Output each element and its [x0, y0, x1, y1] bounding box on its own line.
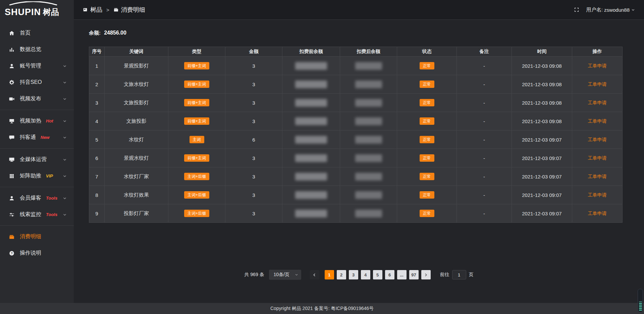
sidebar-item-account-manage[interactable]: 账号管理 [0, 58, 74, 74]
chevron-down-icon[interactable] [631, 8, 635, 12]
page-button-6[interactable]: 6 [385, 270, 394, 279]
sidebar-item-consume-detail[interactable]: 消费明细 [0, 228, 74, 245]
cell-status: 正常 [397, 149, 457, 167]
table-row: 8水纹灯效果主词+后缀3正常-2021-12-03 09:07工单申请 [89, 186, 623, 204]
username-value[interactable]: zswodun88 [604, 7, 630, 13]
cell-type: 前缀+主词 [168, 94, 225, 112]
page-button-3[interactable]: 3 [349, 270, 358, 279]
main-area: 树品 > 消费明细 用户名: zswodun88 余额: 24856.00 [74, 0, 644, 303]
column-header: 金额 [225, 47, 282, 57]
sidebar-item-badge: New [41, 135, 50, 140]
sidebar-nav: 首页数据总览账号管理抖音SEO视频发布视频加热Hot抖客通New全媒体运营矩阵助… [0, 19, 74, 261]
sidebar-item-video-heat[interactable]: 视频加热Hot [0, 113, 74, 129]
sidebar-item-label: 视频发布 [20, 95, 41, 102]
cell-status: 正常 [397, 112, 457, 130]
floating-widget[interactable] [638, 289, 643, 312]
work-order-link[interactable]: 工单申请 [588, 118, 607, 124]
cell-time: 2021-12-03 09:07 [512, 167, 572, 186]
cell-remark: - [457, 130, 512, 149]
sidebar-item-clue-monitor[interactable]: 线索监控Tools [0, 206, 74, 223]
chevron-down-icon [62, 196, 67, 201]
cell-time: 2021-12-03 09:07 [512, 204, 572, 223]
cell-amount: 6 [225, 130, 282, 149]
column-header: 序号 [89, 47, 105, 57]
sidebar-item-label: 线索监控 [20, 211, 41, 218]
status-badge: 正常 [420, 173, 434, 180]
cell-balance-before [282, 130, 340, 149]
cell-amount: 3 [225, 167, 282, 186]
page-button-5[interactable]: 5 [373, 270, 382, 279]
fullscreen-icon[interactable] [574, 7, 580, 13]
cell-keyword: 景观投影灯 [105, 57, 168, 75]
chevron-right-icon [424, 273, 428, 277]
status-badge: 正常 [420, 136, 434, 143]
sidebar-item-help[interactable]: ?操作说明 [0, 245, 74, 261]
sidebar-divider [0, 148, 74, 149]
chat-icon [9, 135, 15, 141]
video-icon [9, 96, 15, 102]
content: 余额: 24856.00 序号关键词类型金额扣费前余额扣费后余额状态备注时间操作… [74, 20, 644, 303]
column-header: 操作 [572, 47, 623, 57]
type-badge: 主词+后缀 [184, 173, 209, 180]
breadcrumb-item-shupin[interactable]: 树品 [83, 6, 102, 14]
table-row: 5水纹灯主词6正常-2021-12-03 09:07工单申请 [89, 130, 623, 149]
sidebar-divider [0, 225, 74, 226]
work-order-link[interactable]: 工单申请 [588, 100, 607, 105]
blurred-value [355, 210, 382, 217]
sidebar-item-video-publish[interactable]: 视频发布 [0, 91, 74, 107]
goto-suffix: 页 [469, 272, 474, 278]
grid-icon [9, 173, 15, 179]
cell-keyword: 投影灯厂家 [105, 204, 168, 223]
breadcrumb-item-consume-detail[interactable]: 消费明细 [113, 6, 145, 14]
sidebar-item-douketong[interactable]: 抖客通New [0, 129, 74, 146]
cell-amount: 3 [225, 112, 282, 130]
cell-seq: 9 [89, 204, 105, 223]
sidebar-item-member-baoke[interactable]: 会员爆客Tools [0, 190, 74, 206]
cell-action: 工单申请 [572, 167, 623, 186]
page-button-2[interactable]: 2 [337, 270, 346, 279]
cell-type: 前缀+主词 [168, 57, 225, 75]
sidebar-item-home[interactable]: 首页 [0, 25, 74, 41]
chevron-down-icon [62, 174, 67, 178]
cell-type: 前缀+主词 [168, 149, 225, 167]
work-order-link[interactable]: 工单申请 [588, 192, 607, 198]
wallet-icon [9, 234, 15, 240]
page-size-select[interactable]: 10条/页 [269, 270, 301, 280]
cell-seq: 1 [89, 57, 105, 75]
cell-balance-before [282, 57, 340, 75]
sidebar-item-data-overview[interactable]: 数据总览 [0, 41, 74, 58]
widget-segment [639, 303, 642, 304]
work-order-link[interactable]: 工单申请 [588, 137, 607, 142]
blurred-value [355, 81, 382, 88]
cell-balance-after [340, 186, 397, 204]
work-order-link[interactable]: 工单申请 [588, 155, 607, 161]
table-header-row: 序号关键词类型金额扣费前余额扣费后余额状态备注时间操作 [89, 47, 623, 57]
cell-balance-after [340, 112, 397, 130]
sidebar-item-matrix-boost[interactable]: 矩阵助推VIP [0, 168, 74, 184]
work-order-link[interactable]: 工单申请 [588, 63, 607, 68]
work-order-link[interactable]: 工单申请 [588, 211, 607, 216]
status-badge: 正常 [420, 62, 434, 69]
blurred-value [295, 154, 327, 162]
blurred-value [355, 173, 382, 180]
balance-label: 余额: [89, 30, 101, 36]
page-button-1[interactable]: 1 [325, 270, 334, 279]
prev-page-button[interactable] [310, 270, 319, 279]
sidebar-item-label: 消费明细 [20, 233, 41, 240]
column-header: 状态 [397, 47, 457, 57]
page-ellipsis-button[interactable]: ... [397, 270, 407, 279]
column-header: 备注 [457, 47, 512, 57]
work-order-link[interactable]: 工单申请 [588, 174, 607, 179]
member-icon [9, 195, 15, 201]
sidebar-item-douyin-seo[interactable]: 抖音SEO [0, 74, 74, 91]
page-button-4[interactable]: 4 [361, 270, 370, 279]
table-row: 6景观水纹灯前缀+主词3正常-2021-12-03 09:07工单申请 [89, 149, 623, 167]
page-button-97[interactable]: 97 [409, 270, 419, 279]
work-order-link[interactable]: 工单申请 [588, 82, 607, 87]
sidebar-item-media-operation[interactable]: 全媒体运营 [0, 151, 74, 168]
goto-page-input[interactable] [452, 270, 466, 279]
next-page-button[interactable] [421, 270, 431, 279]
cell-balance-after [340, 167, 397, 186]
wallet-icon [113, 7, 119, 12]
cell-balance-before [282, 112, 340, 130]
